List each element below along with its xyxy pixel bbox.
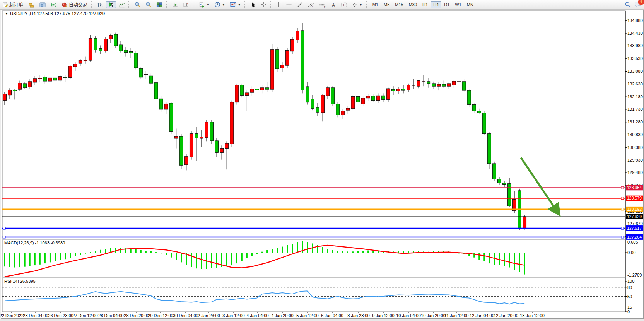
candle-up bbox=[58, 77, 62, 80]
time-tick-label: 30 Dec 04:00 bbox=[173, 313, 198, 318]
candle-down bbox=[432, 84, 436, 86]
price-badge-label: 128.192 bbox=[627, 207, 642, 212]
equidistant-channel-button[interactable]: E bbox=[306, 1, 316, 8]
tab-timeframe-H1[interactable]: H1 bbox=[420, 1, 430, 8]
tab-timeframe-M5[interactable]: M5 bbox=[381, 1, 392, 8]
macd-pane[interactable] bbox=[2, 240, 625, 277]
new-chart-icon bbox=[199, 2, 205, 8]
crosshair-button[interactable] bbox=[259, 1, 269, 8]
price-badge-label: 128.954 bbox=[627, 185, 642, 190]
line-handle[interactable] bbox=[3, 227, 5, 229]
candle-down bbox=[169, 103, 173, 132]
time-tick-label: 4 Jan 20:00 bbox=[271, 313, 294, 318]
zoom-out-button[interactable] bbox=[143, 1, 154, 8]
price-tick-label: 130.830 bbox=[627, 132, 643, 137]
toolbar-right: 1 bbox=[625, 1, 642, 9]
arrows-button[interactable]: ▼ bbox=[350, 1, 364, 8]
price-badge-label: 127.517 bbox=[627, 226, 642, 231]
tile-windows-icon bbox=[156, 2, 162, 8]
rsi-scale-label: 15 bbox=[627, 305, 632, 309]
accounts-button[interactable] bbox=[38, 1, 48, 8]
rsi-pane[interactable] bbox=[2, 278, 625, 312]
candle-down bbox=[356, 96, 360, 102]
line-handle[interactable] bbox=[621, 236, 624, 238]
candle-down bbox=[240, 85, 244, 95]
chevron-down-icon[interactable]: ▼ bbox=[359, 3, 362, 7]
fibonacci-button[interactable]: F bbox=[317, 1, 328, 8]
candle-up bbox=[235, 85, 239, 102]
new-chart-button[interactable]: ▼ bbox=[197, 1, 212, 8]
candle-up bbox=[296, 31, 299, 40]
time-tick-label: 5 Jan 12:00 bbox=[296, 313, 319, 318]
chevron-down-icon[interactable]: ▼ bbox=[207, 3, 210, 7]
time-tick-label: 2 Jan 23:00 bbox=[198, 313, 220, 318]
candle-up bbox=[437, 84, 441, 86]
candle-down bbox=[306, 87, 309, 102]
candle-up bbox=[84, 60, 87, 61]
zoom-out-icon bbox=[145, 2, 152, 8]
toolbar-grip bbox=[366, 1, 369, 8]
signal-button[interactable] bbox=[49, 1, 59, 8]
new-order-icon bbox=[2, 2, 8, 8]
candle-up bbox=[28, 82, 32, 87]
tab-timeframe-M1[interactable]: M1 bbox=[370, 1, 381, 8]
tab-timeframe-M15[interactable]: M15 bbox=[393, 1, 405, 8]
trendline-button[interactable] bbox=[295, 1, 305, 8]
bar-chart-button[interactable] bbox=[95, 1, 105, 8]
cursor-button[interactable] bbox=[249, 1, 258, 8]
candle-down bbox=[139, 68, 143, 77]
tab-timeframe-W1[interactable]: W1 bbox=[453, 1, 464, 8]
chat-button[interactable]: 1 bbox=[635, 1, 642, 9]
auto-trading-button[interactable]: 自动交易 bbox=[60, 1, 89, 8]
candlestick-chart-button[interactable] bbox=[106, 1, 116, 8]
candle-down bbox=[275, 50, 279, 69]
line-handle[interactable] bbox=[3, 236, 5, 238]
price-tick-label: 129.930 bbox=[627, 158, 643, 162]
candle-down bbox=[124, 50, 128, 53]
line-handle[interactable] bbox=[621, 186, 624, 189]
signal-icon bbox=[51, 2, 57, 8]
fibonacci-icon: F bbox=[319, 2, 326, 8]
candle-down bbox=[316, 107, 319, 112]
candle-up bbox=[260, 88, 264, 90]
macd-scale-label: 0.00 bbox=[627, 250, 635, 255]
toolbar-grip bbox=[244, 1, 247, 8]
chart-shift-button[interactable] bbox=[181, 1, 191, 8]
tab-timeframe-H4[interactable]: H4 bbox=[431, 1, 441, 8]
text-button[interactable]: A bbox=[329, 1, 338, 8]
templates-button[interactable]: ▼ bbox=[228, 1, 243, 8]
candle-up bbox=[200, 137, 203, 138]
periods-button[interactable]: ▼ bbox=[212, 1, 227, 8]
chevron-down-icon[interactable]: ▼ bbox=[222, 3, 225, 7]
chart-symbol-ohlc-label: USDJPY-,H4 127.508 127.975 127.470 127.9… bbox=[10, 11, 105, 16]
line-handle[interactable] bbox=[621, 227, 624, 229]
gold-button[interactable] bbox=[26, 1, 37, 8]
price-tick-label: 133.530 bbox=[627, 56, 643, 61]
line-handle[interactable] bbox=[621, 208, 624, 210]
usdjpy-h4-chart[interactable]: 134.880134.430133.980133.530133.080132.6… bbox=[0, 10, 644, 318]
chevron-down-icon[interactable]: ▼ bbox=[238, 3, 241, 7]
search-icon[interactable] bbox=[625, 2, 631, 8]
horizontal-line-button[interactable] bbox=[284, 1, 294, 8]
candle-down bbox=[331, 88, 335, 104]
candle-down bbox=[129, 51, 133, 53]
time-tick-label: 9 Jan 12:00 bbox=[372, 313, 395, 318]
zoom-in-button[interactable] bbox=[133, 1, 143, 8]
candle-down bbox=[381, 96, 385, 99]
text-label-icon: T bbox=[341, 2, 347, 8]
time-tick-label: 12 Jan 04:00 bbox=[470, 313, 494, 318]
line-handle[interactable] bbox=[621, 197, 624, 200]
line-chart-button[interactable] bbox=[117, 1, 127, 8]
text-label-button[interactable]: T bbox=[339, 1, 349, 8]
tab-timeframe-MN[interactable]: MN bbox=[465, 1, 476, 8]
candle-down bbox=[301, 31, 304, 90]
candle-up bbox=[205, 122, 208, 138]
candle-down bbox=[63, 77, 67, 78]
auto-scroll-button[interactable] bbox=[170, 1, 180, 8]
vertical-line-button[interactable] bbox=[275, 1, 283, 8]
tab-timeframe-M30[interactable]: M30 bbox=[407, 1, 419, 8]
new-order-button[interactable]: 新订单 bbox=[0, 1, 25, 8]
tab-timeframe-D1[interactable]: D1 bbox=[442, 1, 452, 8]
tile-windows-button[interactable] bbox=[154, 1, 164, 8]
macd-scale-label: 0.605 bbox=[627, 240, 638, 244]
